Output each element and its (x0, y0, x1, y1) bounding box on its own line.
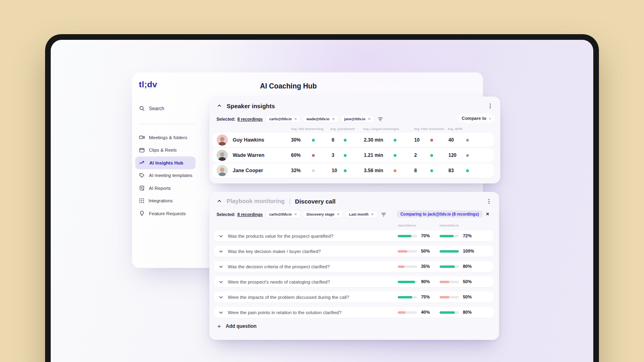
filter-chip-last-month[interactable]: Last month✕ (346, 211, 377, 218)
selected-count[interactable]: 8 recordings (237, 117, 263, 121)
add-question-button[interactable]: + Add question (217, 323, 256, 329)
playbook-question-row[interactable]: Were the pain points in relation to the … (214, 307, 493, 318)
filter-chip-discovery-stage[interactable]: Discovery stage✕ (303, 211, 343, 218)
status-dot-green (394, 139, 396, 142)
metric-value: 8 (414, 168, 430, 173)
tldv-logo: tl;dv (139, 80, 157, 89)
selected-label: Selected: (217, 117, 235, 121)
question-text: Was the key decision maker / buyer clari… (228, 249, 321, 254)
comparing-badge[interactable]: Comparing to jack@tldv.io (8 recordings) (397, 210, 483, 218)
sidebar-item-label: AI meeting templates (149, 173, 192, 178)
progress-bar (398, 281, 417, 283)
speaker-filter-row: Selected: 8 recordings carlo@tldv.io✕wad… (217, 115, 383, 123)
playbook-question-row[interactable]: Were the prospect's needs of cataloging … (214, 276, 493, 287)
collapse-chevron-up-icon[interactable] (216, 102, 223, 109)
playbook-monitoring-card: Playbook monitoring | Discovery call ⋮ S… (209, 192, 499, 340)
filter-chip-carlo-tldv-io[interactable]: carlo@tldv.io✕ (266, 116, 300, 122)
sidebar-item-clips-reels[interactable]: Clips & Reels (135, 144, 196, 157)
filter-chip-jane-tldv-io[interactable]: jane@tldv.io✕ (341, 116, 374, 122)
progress-fill (398, 311, 405, 314)
sidebar-item-ai-reports[interactable]: AI Reports (135, 182, 196, 195)
close-icon[interactable]: ✕ (336, 213, 340, 216)
progress-bar (398, 265, 417, 268)
progress-bar (440, 265, 459, 268)
metric-value: 83 (448, 168, 466, 173)
percentage-value: 75% (421, 294, 430, 299)
filter-chip-label: Last month (349, 212, 369, 216)
chevron-down-icon[interactable] (219, 249, 223, 253)
chevron-right-icon: › (489, 116, 491, 121)
question-text: Were the pain points in relation to the … (228, 310, 341, 315)
metric-value: 30% (291, 137, 312, 143)
collapse-chevron-up-icon[interactable] (216, 197, 223, 205)
metric-value: 60% (291, 152, 312, 158)
percentage-value: 70% (421, 233, 430, 238)
filter-funnel-icon[interactable] (381, 212, 386, 217)
metric-value: 120 (448, 152, 466, 158)
close-icon[interactable]: ✕ (294, 117, 297, 121)
chevron-down-icon[interactable] (219, 311, 223, 315)
status-dot-dull (466, 154, 469, 157)
filter-chip-carlo-tldv-io[interactable]: carlo@tldv.io✕ (266, 211, 300, 218)
chevron-down-icon[interactable] (219, 265, 223, 269)
close-icon[interactable]: ✕ (371, 213, 374, 216)
sidebar-item-meetings-folders[interactable]: Meetings & folders (135, 131, 196, 144)
status-dot-green (430, 169, 433, 172)
status-dot-green (344, 139, 347, 142)
trend-line-icon (139, 160, 145, 166)
progress-fill (398, 265, 405, 268)
chevron-down-icon[interactable] (219, 295, 223, 299)
metric-cell: 2 (414, 148, 433, 162)
kebab-menu-icon[interactable]: ⋮ (485, 197, 493, 205)
add-question-label: Add question (226, 323, 257, 329)
speaker-filter-chips: carlo@tldv.io✕wade@tldv.io✕jane@tldv.io✕ (266, 116, 374, 122)
search-icon (139, 105, 145, 111)
progress-bar (440, 281, 459, 283)
kebab-menu-icon[interactable]: ⋮ (487, 102, 494, 109)
speaker-row-jane-cooper[interactable]: Jane Cooper32%103.56 min883 (213, 163, 494, 178)
playbook-question-row[interactable]: Were the impacts of the problem discusse… (214, 292, 493, 302)
report-doc-icon (139, 185, 145, 191)
status-dot-red (430, 139, 433, 142)
sidebar-item-ai-insights-hub[interactable]: AI Insights Hub (135, 156, 196, 169)
metric-cell: 32% (291, 163, 315, 178)
chevron-down-icon[interactable] (219, 234, 223, 238)
metric-cell: 10 (332, 163, 347, 178)
percentage-value: 72% (463, 233, 472, 238)
metric-cell: 30% (291, 133, 315, 147)
playbook-question-row[interactable]: Was the products value for the prospect … (214, 230, 493, 241)
close-icon[interactable]: ✕ (368, 117, 371, 121)
filter-chip-wade-tldv-io[interactable]: wade@tldv.io✕ (303, 116, 338, 122)
status-dot-green (430, 154, 433, 157)
chevron-down-icon[interactable] (219, 280, 223, 284)
speaker-insights-title: Speaker insights (227, 103, 275, 109)
close-icon[interactable]: ✕ (294, 213, 297, 216)
playbook-question-row[interactable]: Was the key decision maker / buyer clari… (214, 246, 493, 257)
close-icon[interactable]: ✕ (486, 212, 489, 217)
question-text: Were the prospect's needs of cataloging … (228, 280, 330, 284)
sidebar-item-feature-requests[interactable]: Feature Requests (135, 207, 196, 220)
close-icon[interactable]: ✕ (332, 117, 335, 121)
page-title: AI Coaching Hub (260, 82, 317, 90)
metric-cell: 6 (332, 133, 347, 147)
filter-chip-label: wade@tldv.io (306, 117, 329, 121)
progress-bar (398, 235, 417, 237)
filter-funnel-icon[interactable] (378, 117, 383, 121)
speaker-row-wade-warren[interactable]: Wade Warren60%31.21 min2120 (213, 148, 494, 162)
search-button[interactable]: Search (139, 105, 164, 111)
sidebar-item-label: Integrations (149, 198, 173, 203)
sidebar-item-ai-meeting-templates[interactable]: AI meeting templates (135, 169, 196, 182)
sidebar-item-integrations[interactable]: Integrations (135, 195, 196, 208)
speaker-row-guy-hawkins[interactable]: Guy Hawkins30%62.30 min1040 (213, 133, 494, 147)
plus-icon: + (217, 323, 221, 329)
sidebar-item-label: Feature Requests (149, 211, 186, 216)
selected-count[interactable]: 8 recordings (237, 212, 263, 217)
metric-value: 32% (291, 168, 312, 173)
compare-to-button[interactable]: Compare to › (458, 114, 495, 123)
playbook-question-row[interactable]: Was the decision criteria of the prospec… (214, 261, 493, 272)
metric-value: 2.30 min (364, 137, 394, 143)
search-label: Search (149, 106, 164, 111)
desktop-background: tl;dv Search Meetings & foldersClips & R… (0, 0, 644, 362)
metric-cell: 60% (291, 148, 315, 162)
avatar (217, 134, 228, 146)
